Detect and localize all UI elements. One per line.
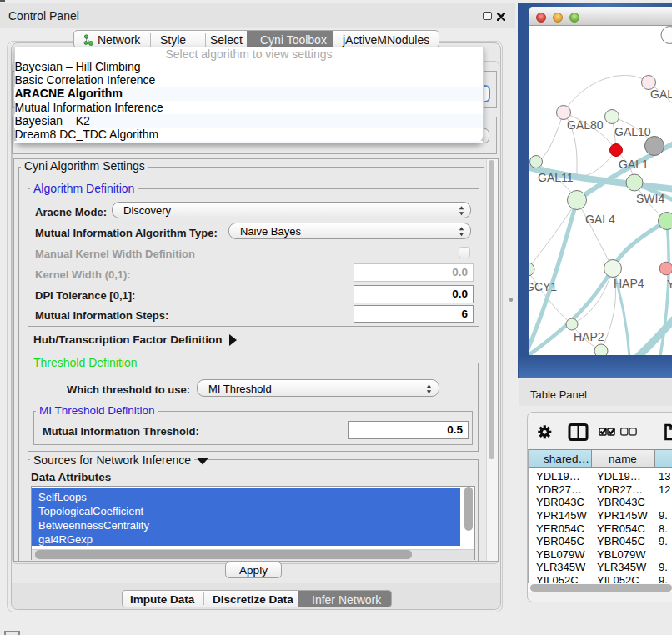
svg-text:GAL: GAL: [650, 88, 672, 101]
svg-text:HAP2: HAP2: [574, 330, 604, 343]
svg-text:GAL10: GAL10: [614, 125, 651, 138]
svg-text:GAL80: GAL80: [567, 118, 604, 132]
svg-text:GAL1: GAL1: [619, 158, 649, 171]
svg-text:Y: Y: [667, 278, 672, 291]
svg-text:GAL11: GAL11: [538, 171, 574, 184]
svg-text:SWI4: SWI4: [636, 192, 664, 205]
svg-text:GAL4: GAL4: [585, 212, 615, 226]
svg-text:HAP4: HAP4: [614, 277, 644, 290]
svg-text:GCY1: GCY1: [529, 280, 557, 293]
